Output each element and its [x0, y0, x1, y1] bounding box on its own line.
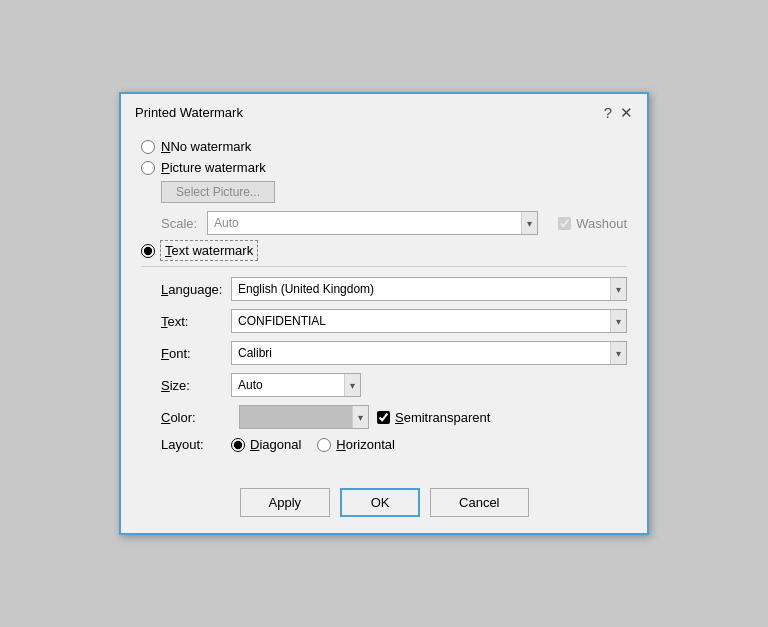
no-watermark-radio[interactable]	[141, 140, 155, 154]
text-value: CONFIDENTIAL	[232, 314, 610, 328]
no-watermark-row: NNo watermark	[141, 139, 627, 154]
layout-row: Layout: Diagonal Horizontal	[161, 437, 627, 452]
horizontal-radio[interactable]	[317, 438, 331, 452]
language-dropdown-arrow[interactable]: ▾	[610, 278, 626, 300]
text-section: Language: English (United Kingdom) ▾ Tex…	[161, 277, 627, 452]
size-select-wrapper[interactable]: Auto ▾	[231, 373, 361, 397]
picture-watermark-label[interactable]: Picture watermark	[161, 160, 266, 175]
button-row: Apply OK Cancel	[121, 474, 647, 533]
font-value: Calibri	[232, 346, 610, 360]
text-watermark-box: Text watermark	[160, 240, 258, 261]
color-swatch	[240, 406, 352, 428]
dialog-title: Printed Watermark	[135, 105, 243, 120]
language-select-wrapper[interactable]: English (United Kingdom) ▾	[231, 277, 627, 301]
text-row: Text: CONFIDENTIAL ▾	[161, 309, 627, 333]
ok-button[interactable]: OK	[340, 488, 420, 517]
text-watermark-radio[interactable]	[141, 244, 155, 258]
text-watermark-label-text[interactable]: Text watermark	[160, 243, 258, 258]
color-dropdown-arrow[interactable]: ▾	[352, 406, 368, 428]
washout-check: Washout	[558, 216, 627, 231]
title-bar-controls: ? ✕	[604, 104, 633, 121]
text-watermark-row: Text watermark	[141, 243, 627, 258]
color-label: Color:	[161, 410, 231, 425]
semitransparent-checkbox[interactable]	[377, 411, 390, 424]
color-row: Color: ▾ Semitransparent	[161, 405, 627, 429]
select-picture-button: Select Picture...	[161, 181, 275, 203]
color-swatch-wrapper[interactable]: ▾	[239, 405, 369, 429]
text-dropdown-arrow[interactable]: ▾	[610, 310, 626, 332]
text-select-wrapper[interactable]: CONFIDENTIAL ▾	[231, 309, 627, 333]
layout-label: Layout:	[161, 437, 231, 452]
cancel-button[interactable]: Cancel	[430, 488, 528, 517]
picture-watermark-row: Picture watermark	[141, 160, 627, 175]
font-select-wrapper[interactable]: Calibri ▾	[231, 341, 627, 365]
printed-watermark-dialog: Printed Watermark ? ✕ NNo watermark Pict…	[119, 92, 649, 535]
close-button[interactable]: ✕	[620, 105, 633, 120]
diagonal-label[interactable]: Diagonal	[250, 437, 301, 452]
divider	[141, 266, 627, 267]
horizontal-label[interactable]: Horizontal	[336, 437, 395, 452]
scale-label: Scale:	[161, 216, 199, 231]
no-watermark-label[interactable]: NNo watermark	[161, 139, 251, 154]
text-label: Text:	[161, 314, 231, 329]
diagonal-radio[interactable]	[231, 438, 245, 452]
language-value: English (United Kingdom)	[232, 282, 610, 296]
size-label: Size:	[161, 378, 231, 393]
horizontal-option[interactable]: Horizontal	[317, 437, 395, 452]
size-dropdown-arrow[interactable]: ▾	[344, 374, 360, 396]
help-button[interactable]: ?	[604, 104, 612, 121]
semitransparent-label[interactable]: Semitransparent	[395, 410, 490, 425]
washout-label: Washout	[576, 216, 627, 231]
title-bar: Printed Watermark ? ✕	[121, 94, 647, 129]
language-label: Language:	[161, 282, 231, 297]
layout-options: Diagonal Horizontal	[231, 437, 395, 452]
diagonal-option[interactable]: Diagonal	[231, 437, 301, 452]
font-label: Font:	[161, 346, 231, 361]
scale-dropdown-arrow: ▾	[521, 212, 537, 234]
washout-checkbox	[558, 217, 571, 230]
picture-watermark-radio[interactable]	[141, 161, 155, 175]
apply-button[interactable]: Apply	[240, 488, 331, 517]
font-dropdown-arrow[interactable]: ▾	[610, 342, 626, 364]
size-row: Size: Auto ▾	[161, 373, 627, 397]
size-value: Auto	[232, 378, 344, 392]
scale-row: Scale: Auto ▾ Washout	[161, 211, 627, 235]
dialog-body: NNo watermark Picture watermark Select P…	[121, 129, 647, 474]
picture-section: Select Picture... Scale: Auto ▾ Washout	[161, 181, 627, 235]
font-row: Font: Calibri ▾	[161, 341, 627, 365]
semitransparent-check: Semitransparent	[377, 410, 490, 425]
scale-select-wrapper: Auto ▾	[207, 211, 538, 235]
language-row: Language: English (United Kingdom) ▾	[161, 277, 627, 301]
scale-value: Auto	[208, 216, 521, 230]
